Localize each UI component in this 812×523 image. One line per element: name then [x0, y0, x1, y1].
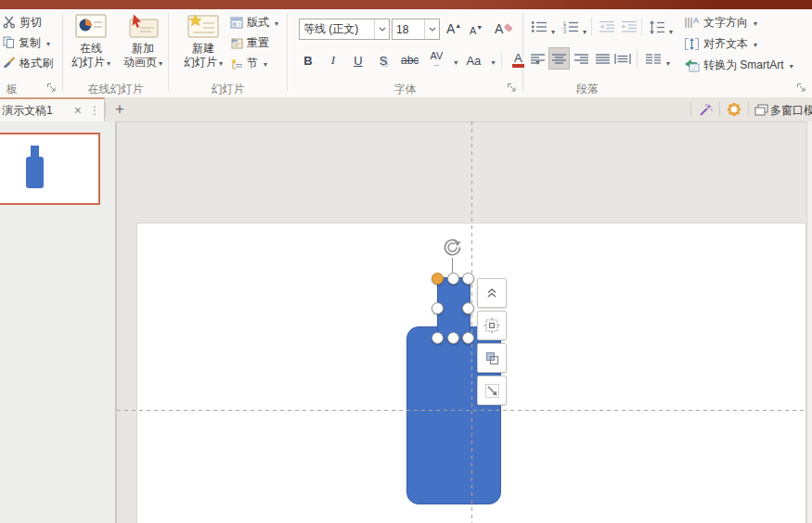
text-direction-dropdown[interactable]: [752, 16, 757, 29]
bold-button[interactable]: B: [299, 50, 317, 70]
document-tab[interactable]: 演示文稿1 × ⋮: [0, 97, 105, 121]
bullets-dropdown[interactable]: [549, 21, 555, 38]
new-animation-page-button[interactable]: 新加 动画页: [117, 14, 169, 70]
font-size-value: 18: [393, 23, 424, 36]
settings-gear-icon[interactable]: [723, 98, 745, 121]
align-right-button[interactable]: [572, 48, 591, 69]
text-direction-button[interactable]: A 文字方向: [681, 13, 760, 32]
change-case-button[interactable]: Aa: [464, 50, 483, 70]
format-painter-icon: [3, 57, 16, 70]
selection-handle-top-right[interactable]: [462, 273, 474, 285]
selection-handle-bottom-right[interactable]: [462, 332, 474, 344]
reset-button[interactable]: 重置: [227, 33, 272, 52]
align-left-button[interactable]: [528, 48, 548, 69]
copy-button[interactable]: 复制: [0, 33, 53, 52]
new-slide-label-1: 新建: [192, 42, 214, 56]
columns-dropdown[interactable]: [664, 53, 670, 70]
bullets-button[interactable]: [529, 17, 548, 37]
justify-button[interactable]: [593, 48, 612, 69]
smartart-dropdown[interactable]: [788, 58, 793, 71]
numbering-dropdown[interactable]: [581, 21, 586, 38]
new-animation-page-label-1: 新加: [132, 42, 154, 56]
close-tab-icon[interactable]: ×: [71, 103, 85, 118]
copy-label: 复制: [19, 35, 41, 51]
online-slides-label-1: 在线: [80, 42, 102, 56]
paragraph-group-label: 段落: [557, 82, 618, 97]
selection-handle-top-middle[interactable]: [447, 273, 459, 285]
duplicate-shape-button[interactable]: [477, 343, 507, 373]
character-spacing-label: AV: [430, 52, 443, 60]
align-text-dropdown[interactable]: [752, 37, 757, 50]
slide-thumbnail-1[interactable]: [0, 133, 100, 205]
font-color-button[interactable]: A: [509, 50, 527, 70]
clipboard-dialog-launcher[interactable]: [46, 83, 57, 93]
font-name-combo[interactable]: 等线 (正文): [299, 19, 390, 40]
numbering-button[interactable]: 123: [561, 17, 580, 37]
copy-dropdown[interactable]: [45, 36, 50, 49]
distribute-text-button[interactable]: [612, 48, 632, 69]
line-spacing-button[interactable]: [647, 17, 666, 37]
shrink-font-label: A: [470, 25, 476, 36]
italic-button[interactable]: I: [324, 50, 342, 70]
columns-button[interactable]: [643, 48, 663, 69]
decrease-indent-button[interactable]: [597, 17, 616, 37]
layout-button[interactable]: 版式: [227, 13, 281, 32]
document-tab-bar: 演示文稿1 × ⋮ + 多窗口模: [0, 97, 812, 122]
increase-indent-button[interactable]: [619, 17, 638, 37]
underline-button[interactable]: U: [349, 50, 367, 70]
cut-button[interactable]: 剪切: [0, 13, 45, 32]
rotate-handle-icon[interactable]: [442, 236, 463, 258]
strikethrough-button[interactable]: abc: [399, 50, 420, 70]
resize-shape-button[interactable]: [477, 376, 507, 405]
vertical-guide[interactable]: [471, 121, 472, 523]
section-label: 节: [247, 56, 258, 71]
font-dialog-launcher[interactable]: [507, 83, 517, 93]
section-button[interactable]: 节: [227, 54, 270, 72]
shrink-font-button[interactable]: A▼: [467, 21, 485, 40]
collapse-toolbar-button[interactable]: [477, 278, 507, 308]
font-name-chevron-icon[interactable]: [374, 19, 389, 39]
grow-font-button[interactable]: A▲: [444, 19, 464, 38]
reset-icon: [230, 37, 243, 49]
font-group-label: 字体: [288, 82, 522, 97]
paragraph-dialog-launcher[interactable]: [796, 83, 806, 93]
layout-options-button[interactable]: [477, 311, 507, 340]
layout-dropdown[interactable]: [273, 16, 278, 29]
tab-more-icon[interactable]: ⋮: [85, 104, 104, 117]
multi-window-label[interactable]: 多窗口模: [770, 103, 812, 119]
online-slides-button[interactable]: 在线 幻灯片: [65, 14, 117, 70]
adjust-handle-top-left[interactable]: [432, 273, 444, 285]
change-case-dropdown[interactable]: [489, 52, 495, 69]
vertical-scrollbar[interactable]: [806, 121, 812, 523]
clear-formatting-button[interactable]: A: [492, 19, 516, 38]
format-painter-button[interactable]: 格式刷: [0, 54, 56, 72]
text-shadow-button[interactable]: S: [374, 50, 393, 70]
selection-handle-middle-left[interactable]: [432, 302, 444, 314]
character-spacing-button[interactable]: AV↔: [427, 50, 445, 70]
magic-wand-icon[interactable]: [694, 98, 716, 121]
new-slide-button[interactable]: 新建 幻灯片: [176, 14, 230, 70]
align-text-button[interactable]: 对齐文本: [681, 34, 760, 53]
panel-divider[interactable]: [115, 121, 117, 523]
multi-window-icon[interactable]: [750, 98, 772, 121]
character-spacing-dropdown[interactable]: [452, 52, 458, 69]
section-dropdown[interactable]: [262, 57, 267, 70]
selection-handle-bottom-left[interactable]: [432, 332, 444, 344]
line-spacing-dropdown[interactable]: [667, 21, 673, 38]
text-direction-icon: A: [684, 16, 700, 30]
horizontal-guide[interactable]: [117, 410, 806, 411]
format-painter-label: 格式刷: [19, 56, 53, 71]
selection-handle-middle-right[interactable]: [462, 302, 474, 314]
convert-to-smartart-button[interactable]: 转换为 SmartArt: [681, 56, 796, 74]
powerpoint-window: 剪切 复制 格式刷 板 在线 幻灯片 新加 动画页 在线幻灯片 新建: [0, 0, 812, 523]
new-animation-page-icon: [127, 14, 159, 38]
smartart-icon: [684, 58, 700, 72]
align-center-button[interactable]: [549, 48, 569, 69]
font-size-chevron-icon[interactable]: [424, 19, 439, 39]
font-size-combo[interactable]: 18: [392, 19, 440, 40]
cut-label: 剪切: [19, 15, 42, 31]
selection-handle-bottom-middle[interactable]: [447, 332, 459, 344]
scissors-icon: [3, 16, 16, 29]
font-name-value: 等线 (正文): [300, 21, 374, 37]
new-tab-button[interactable]: +: [109, 98, 131, 121]
